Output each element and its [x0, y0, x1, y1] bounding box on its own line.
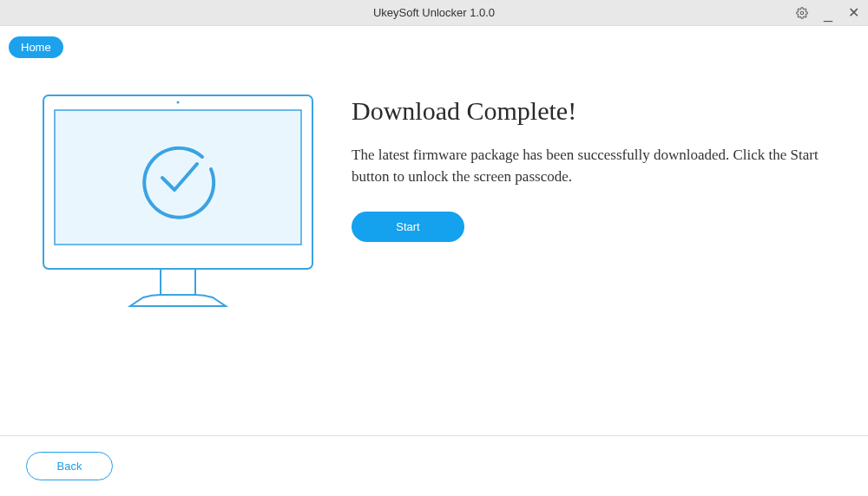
main-content: Download Complete! The latest firmware p… — [39, 91, 829, 317]
svg-point-2 — [177, 101, 180, 104]
back-button[interactable]: Back — [26, 452, 113, 480]
minimize-icon[interactable]: _ — [824, 10, 832, 16]
description: The latest firmware package has been suc… — [352, 145, 829, 187]
monitor-checkmark-illustration — [39, 91, 317, 317]
home-tab[interactable]: Home — [9, 36, 63, 58]
close-icon[interactable]: ✕ — [848, 4, 859, 21]
settings-icon[interactable] — [796, 7, 808, 19]
start-button-label: Start — [396, 220, 419, 233]
headline: Download Complete! — [352, 96, 829, 126]
footer: Back — [0, 435, 868, 496]
svg-point-0 — [800, 11, 804, 15]
svg-rect-3 — [55, 110, 301, 245]
start-button[interactable]: Start — [352, 212, 464, 242]
titlebar: UkeySoft Unlocker 1.0.0 _ ✕ — [0, 0, 868, 26]
home-tab-label: Home — [21, 41, 51, 54]
titlebar-controls: _ ✕ — [796, 4, 859, 21]
content-panel: Download Complete! The latest firmware p… — [352, 91, 829, 317]
window-title: UkeySoft Unlocker 1.0.0 — [373, 6, 495, 19]
back-button-label: Back — [57, 460, 82, 473]
